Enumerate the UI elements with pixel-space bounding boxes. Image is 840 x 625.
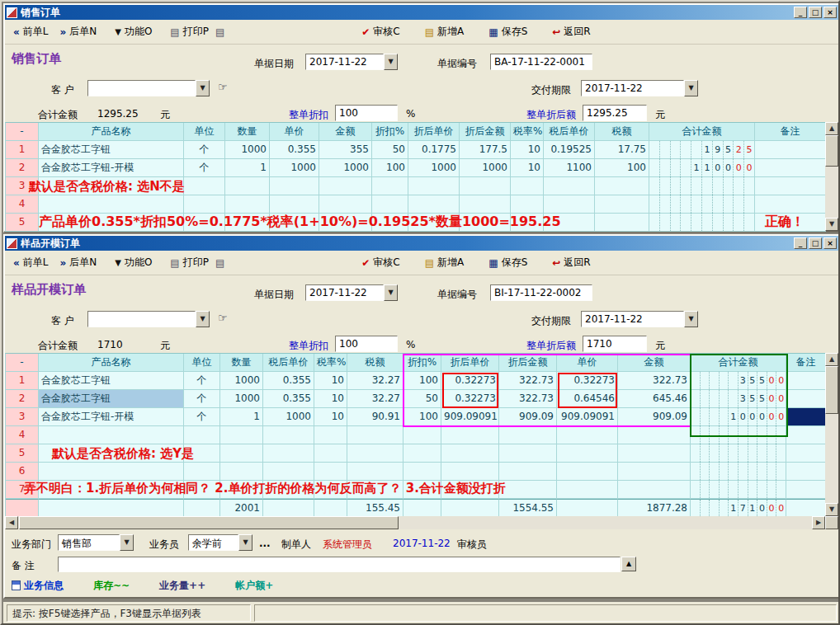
cell-disc_amount[interactable]: 322.73 <box>499 372 557 390</box>
cell-name[interactable] <box>39 426 184 444</box>
cell-tax[interactable]: 155.45 <box>347 499 403 517</box>
function-button[interactable]: ▼功能O <box>111 22 155 41</box>
cell-total[interactable] <box>649 195 755 214</box>
cell-price[interactable]: 909.09091 <box>557 408 618 426</box>
horizontal-scrollbar[interactable]: ◀ ▶ <box>5 516 838 529</box>
cell-price[interactable] <box>270 177 319 195</box>
note-input[interactable] <box>58 557 621 572</box>
doc-no-field[interactable]: BA-17-11-22-0001 <box>490 54 592 70</box>
discount-field[interactable]: 100 <box>335 336 398 352</box>
cell-price[interactable]: 0.355 <box>270 141 319 159</box>
note-expand-button[interactable]: ▲ <box>621 557 636 571</box>
cell-name[interactable] <box>39 499 184 517</box>
cell-price[interactable]: 1000 <box>270 159 319 177</box>
print-preview-button[interactable]: ▤ <box>212 256 228 270</box>
discount-total-field[interactable]: 1710 <box>583 336 647 352</box>
cell-note[interactable] <box>786 426 826 444</box>
cell-tax[interactable]: 32.27 <box>347 372 403 390</box>
cell-tax_rate[interactable]: 10 <box>314 372 347 390</box>
cell-qty[interactable] <box>220 444 263 463</box>
cell-amount[interactable]: 1000 <box>319 159 372 177</box>
cell-disc_amount[interactable] <box>499 463 557 481</box>
doc-date-combo[interactable]: 2017-11-22 ▼ <box>305 284 398 301</box>
cell-num[interactable]: 5 <box>6 214 39 232</box>
chevron-down-icon[interactable]: ▼ <box>684 80 698 96</box>
cell-tax[interactable] <box>347 444 403 463</box>
cell-price[interactable] <box>557 499 618 517</box>
footer-link[interactable]: 库存~~ <box>93 580 130 591</box>
footer-link[interactable]: 业务量++ <box>159 580 205 591</box>
cell-name[interactable]: 合金胶芯工字钮-开模 <box>39 159 184 177</box>
table-row[interactable]: 2合金胶芯工字钮-开模个1100010001001000100010110010… <box>6 159 825 177</box>
cell-num[interactable]: 5 <box>6 444 39 463</box>
cell-disc_amount[interactable]: 1000 <box>460 159 511 177</box>
cell-unit[interactable] <box>184 426 220 444</box>
cell-qty[interactable]: 1000 <box>220 372 263 390</box>
cell-tax_rate[interactable] <box>511 195 544 214</box>
audit-button[interactable]: ✔审核C <box>358 22 403 41</box>
cell-amount[interactable]: 1877.28 <box>618 499 691 517</box>
scroll-right-button[interactable]: ▶ <box>812 516 825 529</box>
cell-qty[interactable] <box>225 177 270 195</box>
cell-qty[interactable]: 2001 <box>220 499 263 517</box>
cell-amount[interactable] <box>319 195 372 214</box>
cell-note[interactable] <box>786 463 826 481</box>
cell-tax_price[interactable]: 1000 <box>263 408 314 426</box>
scroll-down-button[interactable]: ▼ <box>825 218 838 231</box>
cell-tax_price[interactable] <box>544 195 595 214</box>
scroll-thumb[interactable] <box>19 516 399 529</box>
cell-tax_rate[interactable] <box>314 463 347 481</box>
cell-amount[interactable] <box>319 177 372 195</box>
customer-combo[interactable]: ▼ <box>87 80 210 96</box>
cell-qty[interactable]: 1000 <box>220 390 263 408</box>
cell-disc_price[interactable] <box>441 463 499 481</box>
footer-link[interactable]: 业务信息 <box>24 580 64 591</box>
cell-num[interactable]: 3 <box>6 408 39 426</box>
dept-combo[interactable]: 销售部 ▼ <box>58 534 134 551</box>
cell-qty[interactable] <box>220 463 263 481</box>
print-button[interactable]: ▤打印P <box>167 253 212 272</box>
cell-amount[interactable]: 322.73 <box>618 372 691 390</box>
cell-total[interactable]: 100000 <box>691 408 786 426</box>
cell-disc_amount[interactable] <box>460 177 511 195</box>
back-button[interactable]: ↩返回R <box>549 22 593 41</box>
cell-disc_price[interactable]: 0.1775 <box>408 141 460 159</box>
cell-tax_rate[interactable]: 10 <box>511 159 544 177</box>
cell-num[interactable]: 2 <box>6 390 39 408</box>
cell-amount[interactable] <box>618 481 691 499</box>
cell-unit[interactable]: 个 <box>184 141 225 159</box>
cell-amount[interactable]: 909.09 <box>618 408 691 426</box>
cell-tax[interactable] <box>347 426 403 444</box>
cell-disc[interactable] <box>403 426 441 444</box>
cell-unit[interactable]: 个 <box>184 390 220 408</box>
cell-disc[interactable] <box>403 499 441 517</box>
cell-tax_price[interactable]: 0.19525 <box>544 141 595 159</box>
footer-link[interactable]: 帐户额+ <box>235 580 273 591</box>
maximize-button[interactable]: □ <box>809 237 822 249</box>
chevron-down-icon[interactable]: ▼ <box>384 284 398 301</box>
function-button[interactable]: ▼功能O <box>111 253 155 272</box>
cell-tax_rate[interactable] <box>314 444 347 463</box>
cell-unit[interactable] <box>184 177 225 195</box>
cell-name[interactable] <box>39 195 184 214</box>
salesman-combo[interactable]: 余学前 ▼ <box>188 534 252 551</box>
cell-tax_price[interactable]: 0.355 <box>263 372 314 390</box>
next-doc-button[interactable]: »后单N <box>56 22 100 41</box>
cell-total[interactable]: 35500 <box>691 390 786 408</box>
cell-num[interactable]: 4 <box>6 195 39 214</box>
cell-disc_amount[interactable] <box>499 426 557 444</box>
cell-disc_price[interactable]: 0.32273 <box>441 390 499 408</box>
cell-disc_amount[interactable] <box>499 481 557 499</box>
cell-price[interactable] <box>557 463 618 481</box>
cell-disc[interactable]: 100 <box>403 408 441 426</box>
prev-doc-button[interactable]: «前单L <box>10 22 51 41</box>
table-row[interactable]: 4 <box>6 426 825 444</box>
cell-unit[interactable]: 个 <box>184 408 220 426</box>
scroll-up-button[interactable]: ▲ <box>825 353 838 366</box>
prev-doc-button[interactable]: «前单L <box>10 253 51 272</box>
cell-total[interactable]: 35500 <box>691 372 786 390</box>
cell-note[interactable] <box>755 195 826 214</box>
cell-total[interactable] <box>649 177 755 195</box>
cell-disc_amount[interactable]: 909.09 <box>499 408 557 426</box>
add-button[interactable]: ▤新增A <box>422 22 468 41</box>
